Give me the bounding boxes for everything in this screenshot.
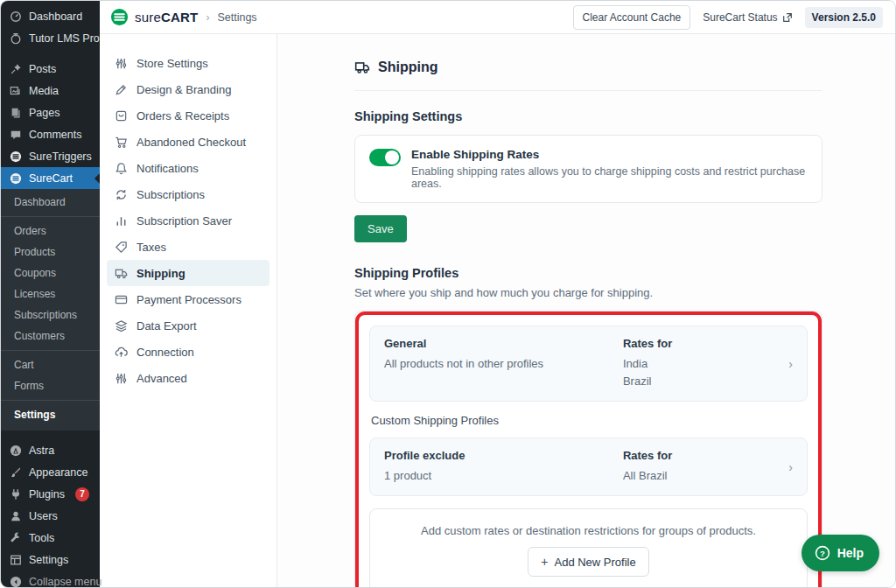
rates-for-label: Rates for — [623, 449, 777, 462]
sidebar-item-tutor-lms[interactable]: Tutor LMS Pro — [1, 27, 100, 49]
enable-shipping-toggle[interactable] — [369, 149, 401, 166]
surecart-wordmark: sureCART — [135, 10, 198, 24]
advanced-sliders-icon — [114, 371, 128, 385]
plugin-icon — [9, 487, 22, 500]
sidebar-item-dashboard[interactable]: Dashboard — [1, 5, 100, 27]
page-title: Shipping — [354, 60, 822, 75]
sidebar-item-tools[interactable]: Tools — [1, 527, 100, 549]
top-bar: sureCART › Settings Clear Account Cache … — [100, 1, 895, 34]
profile-row-general[interactable]: General All products not in other profil… — [369, 326, 808, 402]
suretriggers-icon — [9, 150, 22, 163]
sidebar-item-media[interactable]: Media — [1, 80, 100, 102]
truck-icon — [114, 266, 128, 280]
clear-account-cache-button[interactable]: Clear Account Cache — [573, 5, 691, 30]
submenu-item-subscriptions[interactable]: Subscriptions — [1, 304, 100, 326]
sidebar-item-plugins[interactable]: Plugins 7 — [1, 483, 100, 505]
surecart-icon — [9, 172, 22, 185]
nav-item-data-export[interactable]: Data Export — [107, 312, 270, 339]
shipping-settings-heading: Shipping Settings — [354, 109, 822, 123]
rate-country: India — [623, 355, 777, 373]
sidebar-item-appearance[interactable]: Appearance — [1, 461, 100, 483]
chevron-right-icon: › — [777, 460, 793, 474]
nav-item-subscriptions[interactable]: Subscriptions — [107, 181, 270, 207]
nav-item-taxes[interactable]: Taxes — [107, 234, 270, 260]
main-content: Shipping Shipping Settings Enable Shippi… — [277, 34, 895, 587]
dashboard-icon — [9, 10, 22, 23]
save-button[interactable]: Save — [354, 215, 407, 242]
collapse-menu-button[interactable]: Collapse menu — [1, 570, 100, 588]
rate-country: All Brazil — [623, 467, 777, 485]
submenu-item-dashboard[interactable]: Dashboard — [1, 192, 100, 213]
shipping-profiles-heading: Shipping Profiles — [354, 266, 822, 280]
surecart-logo-icon — [110, 8, 129, 26]
breadcrumb-chevron: › — [206, 11, 209, 24]
wrench-icon — [9, 531, 22, 544]
bell-icon — [114, 161, 128, 175]
add-new-profile-button[interactable]: + Add New Profile — [528, 547, 648, 577]
brush-icon — [9, 466, 22, 479]
rate-country: Brazil — [623, 373, 777, 390]
enable-shipping-card: Enable Shipping Rates Enabling shipping … — [354, 135, 822, 203]
user-icon — [9, 509, 22, 522]
surecart-status-link[interactable]: SureCart Status — [703, 11, 792, 24]
submenu-item-customers[interactable]: Customers — [1, 326, 100, 346]
nav-item-payment-processors[interactable]: Payment Processors — [107, 286, 270, 312]
sidebar-item-settings[interactable]: Settings — [1, 549, 100, 570]
submenu-item-licenses[interactable]: Licenses — [1, 284, 100, 304]
breadcrumb: sureCART › Settings — [110, 8, 257, 26]
custom-profiles-heading: Custom Shipping Profiles — [371, 414, 806, 427]
cloud-upload-icon — [114, 345, 128, 359]
shipping-truck-icon — [354, 60, 370, 75]
credit-card-icon — [114, 292, 128, 306]
submenu-item-cart[interactable]: Cart — [1, 354, 100, 375]
nav-item-advanced[interactable]: Advanced — [107, 365, 270, 391]
breadcrumb-settings[interactable]: Settings — [217, 11, 256, 24]
tutor-lms-icon — [9, 32, 22, 45]
nav-item-design-branding[interactable]: Design & Branding — [107, 76, 270, 102]
nav-item-connection[interactable]: Connection — [107, 339, 270, 365]
submenu-item-forms[interactable]: Forms — [1, 375, 100, 396]
nav-item-notifications[interactable]: Notifications — [107, 155, 270, 181]
external-link-icon — [782, 12, 793, 23]
plugins-update-badge: 7 — [75, 487, 89, 501]
profile-subtitle: All products not in other profiles — [384, 355, 623, 373]
profile-name: General — [384, 337, 623, 350]
pages-icon — [9, 106, 22, 119]
submenu-item-coupons[interactable]: Coupons — [1, 262, 100, 284]
nav-item-abandoned-checkout[interactable]: Abandoned Checkout — [107, 129, 270, 155]
collapse-arrow-icon — [9, 575, 22, 588]
version-badge: Version 2.5.0 — [805, 7, 883, 28]
refresh-icon — [114, 187, 128, 201]
title-divider — [354, 90, 822, 91]
nav-item-subscription-saver[interactable]: Subscription Saver — [107, 207, 270, 234]
sidebar-item-posts[interactable]: Posts — [1, 58, 100, 80]
chevron-right-icon: › — [777, 357, 793, 371]
astra-icon — [9, 444, 22, 457]
nav-item-shipping[interactable]: Shipping — [107, 260, 270, 286]
sidebar-item-users[interactable]: Users — [1, 505, 100, 527]
cart-icon — [114, 135, 128, 149]
rates-for-label: Rates for — [623, 337, 777, 350]
toggle-label: Enable Shipping Rates — [411, 148, 808, 161]
nav-item-store-settings[interactable]: Store Settings — [107, 50, 270, 76]
submenu-item-settings[interactable]: Settings — [1, 404, 100, 425]
wp-admin-sidebar: Dashboard Tutor LMS Pro Posts Media Pag — [1, 1, 100, 587]
sidebar-item-suretriggers[interactable]: SureTriggers — [1, 145, 100, 167]
toggle-description: Enabling shipping rates allows you to ch… — [411, 165, 808, 190]
add-profile-hint: Add custom rates or destination restrict… — [384, 524, 793, 537]
help-question-icon: ? — [815, 545, 830, 561]
sidebar-item-surecart[interactable]: SureCart — [1, 167, 100, 189]
nav-item-orders-receipts[interactable]: Orders & Receipts — [107, 102, 270, 129]
tag-icon — [114, 240, 128, 254]
shipping-profiles-description: Set where you ship and how much you char… — [354, 286, 822, 299]
sidebar-item-comments[interactable]: Comments — [1, 123, 100, 145]
profile-row-exclude[interactable]: Profile exclude 1 product Rates for All … — [369, 438, 808, 496]
bar-chart-icon — [114, 214, 128, 228]
help-beacon-button[interactable]: ? Help — [802, 535, 879, 571]
submenu-item-products[interactable]: Products — [1, 242, 100, 262]
submenu-item-orders[interactable]: Orders — [1, 220, 100, 242]
profile-name: Profile exclude — [384, 449, 623, 462]
sidebar-item-astra[interactable]: Astra — [1, 439, 100, 461]
add-profile-box: Add custom rates or destination restrict… — [369, 508, 808, 587]
sidebar-item-pages[interactable]: Pages — [1, 102, 100, 123]
